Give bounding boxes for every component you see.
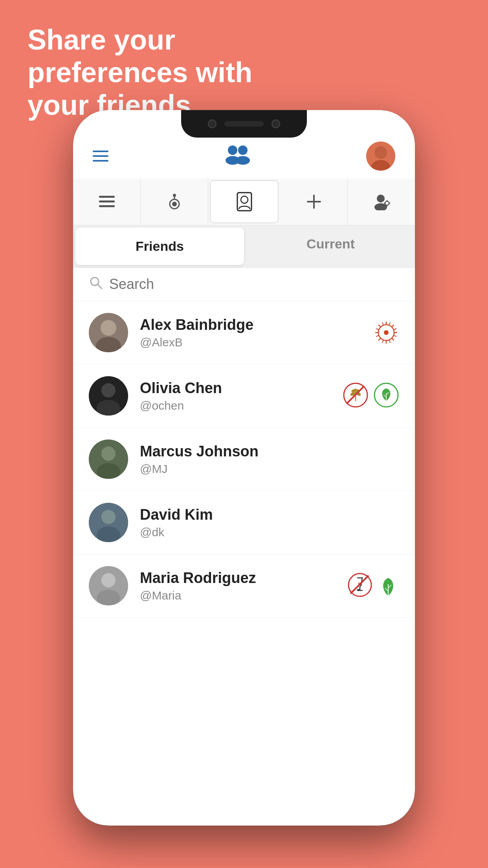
avatar-alex: [89, 313, 128, 352]
avatar-olivia: [89, 376, 128, 416]
friend-name-maria: Maria Rodriguez: [140, 570, 347, 587]
svg-point-28: [101, 320, 116, 336]
tab-settings[interactable]: [348, 178, 415, 225]
svg-point-0: [228, 145, 237, 155]
friend-name-marcus: Marcus Johnson: [140, 443, 399, 460]
friend-info-david: David Kim @dk: [140, 506, 399, 539]
search-icon: [89, 276, 103, 293]
friend-info-maria: Maria Rodriguez @Maria: [140, 570, 347, 602]
svg-line-38: [378, 325, 381, 327]
svg-line-40: [394, 329, 397, 330]
friend-info-marcus: Marcus Johnson @MJ: [140, 443, 399, 476]
no-wheat-badge: [343, 382, 369, 410]
friend-name-alex: Alex Bainbridge: [140, 316, 373, 333]
svg-line-41: [394, 335, 397, 337]
svg-point-12: [173, 194, 176, 197]
svg-line-34: [392, 338, 394, 340]
svg-line-43: [382, 340, 383, 343]
friend-handle-david: @dk: [140, 526, 399, 539]
svg-point-47: [384, 330, 389, 335]
avatar-image: [366, 142, 395, 171]
svg-line-26: [98, 285, 102, 289]
user-avatar[interactable]: [366, 142, 395, 171]
svg-line-45: [376, 329, 379, 330]
svg-point-18: [377, 195, 385, 202]
svg-point-3: [236, 156, 250, 165]
friend-name-olivia: Olivia Chen: [140, 380, 343, 397]
svg-point-2: [238, 145, 248, 155]
tab-list[interactable]: [73, 178, 141, 225]
notch: [181, 110, 307, 138]
no-alcohol-badge: [347, 572, 372, 599]
friend-item-marcus[interactable]: Marcus Johnson @MJ: [73, 428, 415, 491]
hamburger-menu[interactable]: [93, 151, 108, 162]
toggle-current[interactable]: Current: [246, 225, 415, 267]
search-bar: [73, 268, 415, 301]
badges-alex: [373, 320, 399, 346]
svg-line-44: [376, 335, 379, 337]
svg-line-46: [382, 322, 383, 326]
friend-handle-marcus: @MJ: [140, 462, 399, 476]
svg-point-49: [101, 383, 116, 397]
avatar-david: [89, 503, 128, 542]
leaf-badge: [377, 572, 399, 599]
friend-info-alex: Alex Bainbridge @AlexB: [140, 316, 373, 349]
vegan-leaf-badge: [373, 382, 399, 410]
phone-screen: Friends Current: [73, 110, 415, 826]
hamburger-line-1: [93, 151, 108, 152]
friend-item-alex[interactable]: Alex Bainbridge @AlexB: [73, 301, 415, 364]
svg-point-5: [374, 146, 387, 159]
toggle-bar: Friends Current: [73, 225, 415, 268]
tab-radar[interactable]: [141, 178, 208, 225]
headline: Share your preferences with your friends: [28, 24, 303, 121]
svg-point-69: [101, 573, 116, 587]
svg-point-63: [101, 447, 116, 461]
toggle-friends[interactable]: Friends: [75, 228, 244, 265]
speaker: [224, 121, 264, 127]
phone-shell: Friends Current: [73, 110, 415, 826]
friends-group-icon[interactable]: [222, 143, 253, 169]
svg-point-10: [172, 202, 177, 206]
friend-handle-olivia: @ochen: [140, 399, 343, 412]
friend-handle-maria: @Maria: [140, 589, 347, 602]
front-camera: [208, 120, 216, 128]
front-camera-2: [272, 120, 280, 128]
avatar-marcus: [89, 440, 128, 479]
svg-rect-8: [99, 200, 115, 202]
friend-item-david[interactable]: David Kim @dk: [73, 491, 415, 554]
headline-line1: Share your preferences with: [28, 24, 303, 89]
svg-rect-7: [99, 196, 115, 198]
svg-line-36: [378, 338, 381, 340]
hamburger-line-2: [93, 155, 108, 157]
svg-point-20: [385, 201, 389, 205]
svg-point-15: [241, 196, 248, 203]
tab-add[interactable]: [280, 178, 348, 225]
badges-maria: [347, 572, 399, 599]
tab-contacts[interactable]: [210, 180, 279, 223]
avatar-maria: [89, 566, 128, 605]
svg-line-39: [389, 322, 390, 326]
friend-info-olivia: Olivia Chen @ochen: [140, 380, 343, 412]
svg-line-32: [392, 325, 394, 327]
search-input[interactable]: [109, 276, 399, 292]
friend-handle-alex: @AlexB: [140, 336, 373, 349]
badges-olivia: [343, 382, 399, 410]
svg-point-66: [101, 510, 116, 524]
friend-name-david: David Kim: [140, 506, 399, 523]
friend-list: Alex Bainbridge @AlexB: [73, 301, 415, 618]
allergen-badge: [373, 320, 399, 346]
svg-line-42: [389, 340, 390, 343]
hamburger-line-3: [93, 160, 108, 162]
friend-item-olivia[interactable]: Olivia Chen @ochen: [73, 364, 415, 428]
tab-navigation: [73, 178, 415, 225]
friend-item-maria[interactable]: Maria Rodriguez @Maria: [73, 554, 415, 618]
svg-rect-9: [99, 205, 115, 207]
